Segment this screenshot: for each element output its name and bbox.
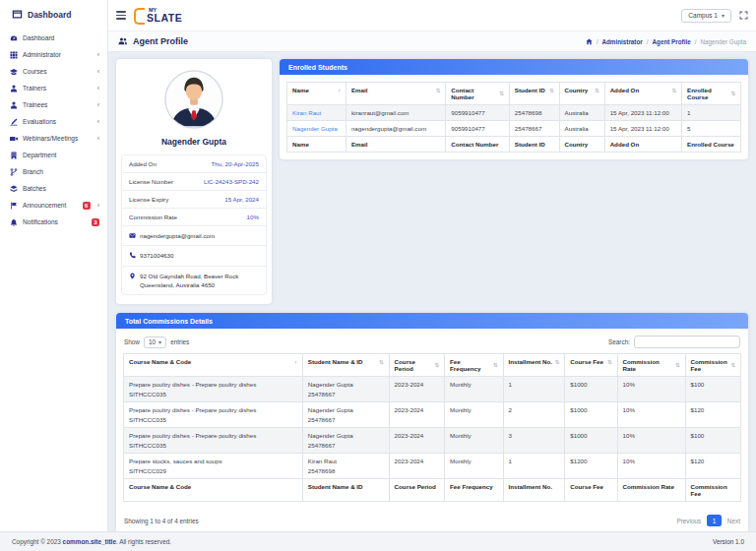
agent-email: nagendergupta@gmail.com (140, 231, 215, 240)
cell-frequency: Monthly (445, 428, 504, 454)
cell-rate: 10% (617, 377, 685, 402)
page-length-select[interactable]: 10 ▾ (144, 337, 166, 348)
announcement-icon (10, 202, 18, 210)
table-row: Nagender Gupta nagendergupta@gmail.com 9… (287, 121, 741, 137)
detail-label: License Number (129, 178, 173, 185)
breadcrumb-agent-profile[interactable]: Agent Profile (653, 38, 691, 45)
logo-swoosh-icon (134, 8, 145, 25)
sidebar-item-label: Trainees (23, 101, 93, 108)
sidebar-item-notifications[interactable]: Notifications 3 (0, 214, 107, 230)
cell-frequency: Monthly (445, 402, 504, 428)
cell-frequency: Monthly (445, 377, 504, 402)
pagination-previous[interactable]: Previous (676, 518, 701, 524)
cell-rate: 10% (617, 402, 685, 428)
footer-col-installment: Installment No. (503, 479, 565, 502)
agent-profile-card: Nagender Gupta Added On Thu, 20-Apr-2025… (116, 59, 272, 304)
administrator-icon (10, 51, 18, 59)
sidebar-item-trainers[interactable]: Trainers ‹ (0, 80, 107, 96)
sidebar-item-department[interactable]: Department (0, 147, 107, 163)
footer-col-enrolled-course: Enrolled Course (682, 137, 741, 153)
sidebar-item-administrator[interactable]: Administrator ‹ (0, 46, 107, 63)
total-commissions-card: Total Commissions Details Show 10 ▾ entr… (116, 313, 748, 531)
col-header-course[interactable]: Course Name & Code↑ (124, 354, 303, 377)
search-input[interactable] (634, 336, 740, 348)
footer-col-email: Email (346, 137, 445, 153)
sidebar-item-courses[interactable]: Courses ‹ (0, 63, 107, 80)
cell-student-id: 25478667 (509, 121, 559, 137)
sidebar-brand-label: Dashboard (28, 10, 71, 20)
pagination-page-1[interactable]: 1 (707, 515, 722, 526)
sort-icon: ⇅ (379, 359, 384, 365)
cell-period: 2023-2024 (389, 454, 444, 479)
trainees-icon (10, 101, 18, 109)
evaluations-icon (10, 118, 18, 126)
agent-email-row: nagendergupta@gmail.com (122, 225, 266, 245)
pagination: Previous 1 Next (676, 515, 740, 526)
col-header-added-on[interactable]: Added On⇅ (604, 83, 681, 105)
student-name-link[interactable]: Kiran Raut (287, 105, 346, 121)
sidebar-item-dashboard[interactable]: Dashboard (0, 30, 107, 46)
home-icon[interactable] (586, 38, 593, 45)
pagination-next[interactable]: Next (727, 518, 740, 524)
breadcrumb-administrator[interactable]: Administrator (601, 38, 642, 45)
sidebar-brand: Dashboard (0, 0, 107, 30)
col-header-email[interactable]: Email⇅ (346, 83, 445, 105)
app-logo[interactable]: MY SLATE (134, 8, 182, 24)
menu-icon[interactable] (116, 11, 126, 19)
branch-icon (10, 168, 18, 176)
sidebar-item-branch[interactable]: Branch (0, 163, 107, 180)
sort-icon: ↑ (294, 359, 297, 365)
col-header-commission-rate[interactable]: Commission Rate⇅ (617, 354, 685, 377)
detail-row-added-on: Added On Thu, 20-Apr-2025 (122, 155, 266, 172)
site-title-link[interactable]: common.site_title (63, 538, 116, 545)
footer-col-commission-fee: Commission Fee (685, 479, 740, 502)
department-icon (10, 152, 18, 159)
fullscreen-icon[interactable] (739, 11, 748, 20)
sidebar-item-label: Evaluations (23, 118, 93, 125)
col-header-student[interactable]: Student Name & ID⇅ (302, 354, 389, 377)
cell-course: Prepare poultry dishes - Prepare poultry… (124, 428, 303, 454)
col-header-installment[interactable]: Installment No.⇅ (503, 354, 565, 377)
sidebar-item-announcement[interactable]: Announcement 6 ‹ (0, 197, 107, 214)
sidebar-item-webinars[interactable]: Webinars/Meetings ‹ (0, 130, 107, 147)
trainers-icon (10, 85, 18, 92)
sidebar-item-trainees[interactable]: Trainees ‹ (0, 96, 107, 113)
detail-value: Thu, 20-Apr-2025 (212, 160, 260, 167)
campus-select[interactable]: Campus 1 ▾ (681, 9, 731, 23)
col-header-enrolled-course[interactable]: Enrolled Course⇅ (682, 83, 741, 105)
col-header-frequency[interactable]: Fee Frequency⇅ (445, 354, 504, 377)
version-label: Version 1.0 (713, 538, 744, 545)
enrolled-students-card: Enrolled Students Name↑ Email⇅ Contact N… (280, 59, 748, 159)
col-header-contact[interactable]: Contact Number⇅ (446, 83, 510, 105)
app-window: Dashboard Dashboard Administrator ‹ Cour… (0, 0, 756, 531)
agent-phone-row: 9371004630 (122, 245, 266, 265)
sort-icon: ⇅ (436, 88, 441, 93)
col-header-name[interactable]: Name↑ (287, 83, 346, 105)
col-header-period[interactable]: Course Period⇅ (389, 354, 444, 377)
sidebar-item-evaluations[interactable]: Evaluations ‹ (0, 113, 107, 130)
chevron-left-icon: ‹ (97, 85, 99, 92)
breadcrumb-separator (597, 38, 598, 45)
cell-enrolled-course: 1 (682, 105, 741, 121)
page-title-bar: Agent Profile Administrator Agent Profil… (108, 31, 756, 52)
chevron-down-icon: ▾ (158, 338, 161, 345)
cell-country: Australia (559, 105, 604, 121)
sidebar-item-batches[interactable]: Batches (0, 180, 107, 197)
student-name-link[interactable]: Nagender Gupta (287, 121, 346, 137)
detail-row-license-number: License Number LIC-24243-SPD-242 (122, 172, 266, 190)
col-header-country[interactable]: Country⇅ (559, 83, 604, 105)
col-header-course-fee[interactable]: Course Fee⇅ (565, 354, 617, 377)
avatar (163, 69, 224, 130)
webinars-icon (10, 135, 18, 143)
footer-col-student: Student Name & ID (302, 479, 389, 502)
col-header-student-id[interactable]: Student ID⇅ (509, 83, 559, 105)
col-header-commission-fee[interactable]: Commission Fee⇅ (685, 354, 740, 377)
copyright-suffix: . All rights reserved. (116, 538, 171, 545)
detail-label: Commission Rate (129, 214, 177, 220)
app-window-icon (12, 9, 23, 20)
sort-icon: ⇅ (549, 88, 554, 93)
chevron-left-icon: ‹ (97, 135, 99, 142)
cell-rate: 10% (617, 428, 685, 454)
chevron-left-icon: ‹ (97, 202, 99, 209)
sidebar-item-label: Notifications (23, 218, 87, 225)
